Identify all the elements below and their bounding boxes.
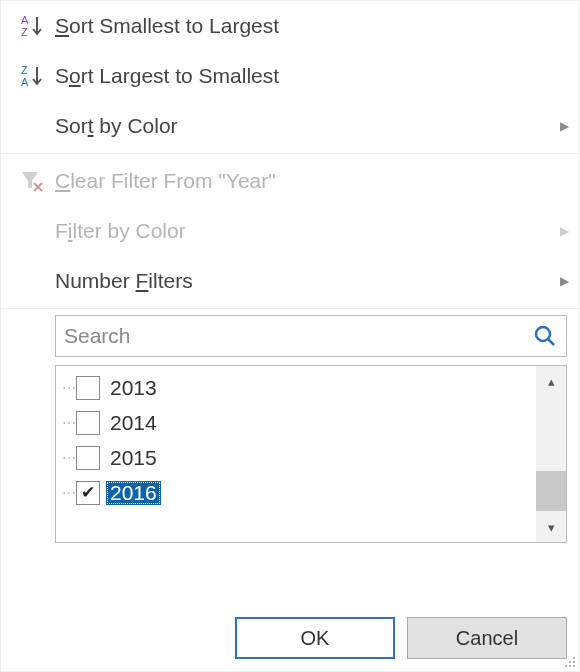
svg-point-11 <box>573 657 575 659</box>
checkbox[interactable] <box>76 446 100 470</box>
filter-dropdown: A Z Sort Smallest to Largest Z A Sort La… <box>0 0 580 672</box>
resize-grip-icon[interactable] <box>563 655 577 669</box>
svg-point-12 <box>569 661 571 663</box>
tree-connector-icon: ⋯ <box>60 485 76 501</box>
search-input[interactable] <box>56 320 524 352</box>
filter-by-color-label: Filter by Color <box>55 219 549 243</box>
item-label: 2016 <box>106 481 161 505</box>
sort-ascending-label: Sort Smallest to Largest <box>55 14 579 38</box>
scroll-thumb[interactable] <box>536 471 566 511</box>
tree-connector-icon: ⋯ <box>60 415 76 431</box>
scroll-down-icon[interactable]: ▾ <box>536 512 566 542</box>
svg-point-15 <box>569 665 571 667</box>
svg-text:A: A <box>21 76 29 88</box>
list-item[interactable]: ⋯ 2015 <box>60 440 536 475</box>
cancel-button[interactable]: Cancel <box>407 617 567 659</box>
sort-ascending-item[interactable]: A Z Sort Smallest to Largest <box>1 1 579 51</box>
sort-asc-icon: A Z <box>9 13 55 39</box>
list-item[interactable]: ⋯ ✔ 2016 <box>60 475 536 510</box>
svg-text:Z: Z <box>21 26 28 38</box>
sort-descending-item[interactable]: Z A Sort Largest to Smallest <box>1 51 579 101</box>
svg-line-10 <box>548 339 554 345</box>
filter-by-color-item: Filter by Color ▶ <box>1 206 579 256</box>
ok-button[interactable]: OK <box>235 617 395 659</box>
tree-connector-icon: ⋯ <box>60 450 76 466</box>
list-item[interactable]: ⋯ 2014 <box>60 405 536 440</box>
tree-connector-icon: ⋯ <box>60 380 76 396</box>
search-box <box>55 315 567 357</box>
clear-filter-item: Clear Filter From "Year" <box>1 156 579 206</box>
sort-descending-label: Sort Largest to Smallest <box>55 64 579 88</box>
item-label: 2013 <box>106 376 161 400</box>
checkbox[interactable] <box>76 411 100 435</box>
checkbox[interactable]: ✔ <box>76 481 100 505</box>
sort-desc-icon: Z A <box>9 63 55 89</box>
chevron-right-icon: ▶ <box>549 119 579 133</box>
separator <box>1 153 579 154</box>
clear-filter-label: Clear Filter From "Year" <box>55 169 579 193</box>
svg-text:Z: Z <box>21 64 28 76</box>
scrollbar[interactable]: ▴ ▾ <box>536 366 566 542</box>
svg-point-16 <box>573 665 575 667</box>
chevron-right-icon: ▶ <box>549 224 579 238</box>
checkbox[interactable] <box>76 376 100 400</box>
search-icon[interactable] <box>524 323 566 349</box>
separator <box>1 308 579 309</box>
scroll-up-icon[interactable]: ▴ <box>536 366 566 396</box>
clear-filter-icon <box>9 168 55 194</box>
item-label: 2014 <box>106 411 161 435</box>
number-filters-item[interactable]: Number Filters ▶ <box>1 256 579 306</box>
chevron-right-icon: ▶ <box>549 274 579 288</box>
sort-by-color-label: Sort by Color <box>55 114 549 138</box>
list-item[interactable]: ⋯ 2013 <box>60 370 536 405</box>
svg-point-9 <box>536 327 550 341</box>
svg-text:A: A <box>21 14 29 26</box>
scroll-track[interactable] <box>536 396 566 512</box>
item-label: 2015 <box>106 446 161 470</box>
svg-point-13 <box>573 661 575 663</box>
filter-values-list: ⋯ 2013 ⋯ 2014 ⋯ 2015 ⋯ ✔ 2016 ▴ <box>55 365 567 543</box>
number-filters-label: Number Filters <box>55 269 549 293</box>
button-row: OK Cancel <box>235 617 567 659</box>
svg-point-14 <box>565 665 567 667</box>
sort-by-color-item[interactable]: Sort by Color ▶ <box>1 101 579 151</box>
list-content: ⋯ 2013 ⋯ 2014 ⋯ 2015 ⋯ ✔ 2016 <box>56 366 536 542</box>
